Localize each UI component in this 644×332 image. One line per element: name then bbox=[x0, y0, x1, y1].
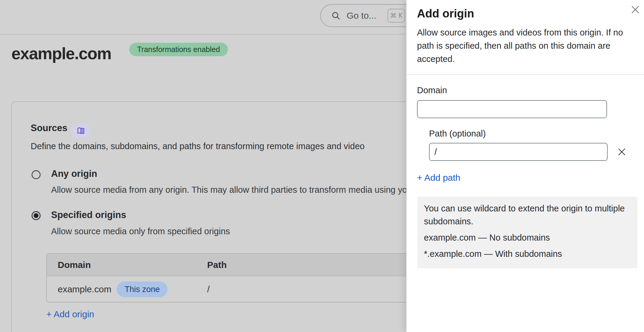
wildcard-note: You can use wildcard to extend the origi… bbox=[424, 202, 633, 228]
search-placeholder: Go to... bbox=[347, 11, 376, 21]
drawer-divider bbox=[407, 74, 644, 75]
path-field-label: Path (optional) bbox=[429, 129, 486, 139]
docs-link-chip[interactable] bbox=[71, 123, 91, 138]
example-with-subdomains: *.example.com — With subdomains bbox=[424, 247, 633, 260]
drawer-close-button[interactable] bbox=[628, 2, 642, 17]
add-path-link[interactable]: + Add path bbox=[417, 173, 460, 183]
radio-any-origin-label[interactable]: Any origin bbox=[51, 168, 97, 179]
table-row: example.com This zone / bbox=[47, 276, 461, 302]
sources-heading: Sources bbox=[31, 123, 67, 134]
origins-table: Domain Path example.com This zone / bbox=[46, 253, 461, 303]
radio-specified-origins-label[interactable]: Specified origins bbox=[51, 210, 126, 220]
example-no-subdomains: example.com — No subdomains bbox=[424, 231, 633, 244]
open-book-icon bbox=[76, 126, 85, 135]
search-shortcut-badge: ⌘ K bbox=[388, 9, 405, 23]
column-header-domain: Domain bbox=[47, 260, 207, 270]
add-origin-drawer: Add origin Allow source images and video… bbox=[406, 0, 644, 332]
drawer-title: Add origin bbox=[417, 7, 474, 20]
add-origin-link[interactable]: + Add origin bbox=[46, 309, 94, 319]
radio-any-origin-description: Allow source media from any origin. This… bbox=[51, 185, 407, 195]
status-badge: Transformations enabled bbox=[129, 43, 228, 56]
page-title: example.com bbox=[11, 44, 111, 63]
path-field[interactable] bbox=[429, 143, 608, 161]
row-domain-value: example.com bbox=[58, 284, 111, 294]
domain-field-label: Domain bbox=[417, 85, 447, 95]
drawer-description: Allow source images and videos from this… bbox=[417, 26, 636, 66]
sources-description: Define the domains, subdomains, and path… bbox=[31, 141, 365, 151]
app-root: Go to... ⌘ K example.com Transformations… bbox=[0, 0, 644, 332]
wildcard-info-box: You can use wildcard to extend the origi… bbox=[417, 197, 637, 268]
search-icon bbox=[331, 11, 341, 20]
radio-specified-origins[interactable] bbox=[32, 211, 41, 220]
close-icon bbox=[630, 5, 640, 14]
radio-any-origin[interactable] bbox=[32, 170, 41, 179]
origins-table-header: Domain Path bbox=[47, 254, 461, 276]
this-zone-badge: This zone bbox=[117, 281, 167, 297]
radio-specified-origins-description: Allow source media only from specified o… bbox=[51, 226, 230, 236]
remove-path-x-icon bbox=[617, 147, 626, 156]
remove-path-button[interactable] bbox=[614, 144, 629, 159]
domain-field[interactable] bbox=[417, 100, 607, 118]
